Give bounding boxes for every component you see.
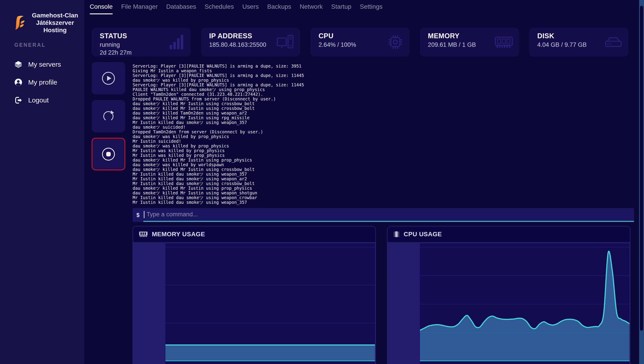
console-line: dau smokeツ was killed by prop_physics <box>132 78 634 83</box>
restart-server-button[interactable] <box>92 100 125 132</box>
sidebar-item-my-servers[interactable]: My servers <box>0 56 84 73</box>
command-input-wrap <box>143 208 634 222</box>
stop-server-button[interactable] <box>92 138 125 170</box>
brand-logo-icon <box>14 16 26 30</box>
console-line: PAULIE WALNUTS killed dau smokeツ using p… <box>132 87 634 92</box>
console-line: dau smokeツ killed Mr Iustin using prop_p… <box>132 186 634 191</box>
command-input[interactable] <box>143 208 634 221</box>
console-line: dau smokeツ killed Mr Iustin using crossb… <box>132 106 634 111</box>
console-line: dau smokeツ was killed by prop_physics <box>132 134 634 139</box>
console-line: Dropped PAULIE WALNUTS from server (Disc… <box>132 97 634 101</box>
logout-icon <box>14 96 22 104</box>
stats-row: STATUS running 2d 22h 27m IP ADDRESS 185… <box>92 28 628 57</box>
chart-plot-area <box>420 243 630 364</box>
console-output[interactable]: ServerLog: Player [3][PAULIE WALNUTS] is… <box>132 64 634 205</box>
console-line: Mr Iustin was killed by prop_physics <box>132 153 634 158</box>
user-icon <box>14 78 22 86</box>
console-line: Mr Iustin killed dau smokeツ using weapon… <box>132 195 634 200</box>
console-line: dau smokeツ killed Mr Iustin using crossb… <box>132 101 634 106</box>
sidebar-menu: My servers My profile Logout <box>0 56 84 109</box>
console-line: dau smokeツ killed TamOn2den using weapon… <box>132 111 634 115</box>
chart-plot-area <box>166 243 375 364</box>
console-line: Mr Iustin killed dau smokeツ using crossb… <box>132 181 634 186</box>
brand: Gamehost-Clan Játékszerver Hosting <box>14 12 80 34</box>
server-tab-bar: ConsoleFile ManagerDatabasesSchedulesUse… <box>90 0 382 15</box>
chart-header: MEMORY USAGE <box>133 226 376 242</box>
console-line: Dropped TamOn2den from server (Disconnec… <box>132 130 634 134</box>
cpu-card: CPU 2.64% / 100% <box>310 28 410 57</box>
scrollbar-thumb[interactable] <box>640 6 643 331</box>
tab-console[interactable]: Console <box>90 0 113 15</box>
chart-body: 1500Mb1000Mb500Mb0Mb <box>133 242 376 364</box>
main-content: ConsoleFile ManagerDatabasesSchedulesUse… <box>84 0 644 364</box>
chart-title: CPU USAGE <box>404 231 442 238</box>
command-bar: $ <box>132 208 634 222</box>
text-caret <box>144 211 144 218</box>
signal-bars-icon <box>169 34 184 50</box>
chart-header: CPU USAGE <box>388 226 630 242</box>
layers-icon <box>14 60 22 69</box>
restart-icon <box>101 109 116 124</box>
brand-title: Gamehost-Clan Játékszerver Hosting <box>30 12 80 34</box>
console-line: ServerLog: Player [3][PAULIE WALNUTS] is… <box>132 73 634 78</box>
console-line: Mr Iustin killed dau smokeツ using weapon… <box>132 120 634 125</box>
tab-file-manager[interactable]: File Manager <box>121 0 158 15</box>
console-line: ServerLog: Player [3][PAULIE WALNUTS] is… <box>132 83 634 87</box>
tab-backups[interactable]: Backups <box>267 0 291 15</box>
tab-schedules[interactable]: Schedules <box>204 0 234 15</box>
console-line: dau smokeツ killed Mr Iustin using crossb… <box>132 167 634 172</box>
disk-card: DISK 4.04 GB / 9.77 GB <box>529 28 628 57</box>
sidebar-item-label: Logout <box>28 96 49 104</box>
console-line: Mr Iustin was killed by prop_physics <box>132 148 634 153</box>
memory-usage-chart-card: MEMORY USAGE 1500Mb1000Mb500Mb0Mb <box>132 226 376 364</box>
chart-body: 8%6%4%2%0% <box>388 242 630 364</box>
ram-icon <box>139 231 148 237</box>
sidebar-item-my-profile[interactable]: My profile <box>0 73 84 91</box>
memory-card: MEMORY 209.61 MB / 1 GB <box>420 28 519 57</box>
console-line: ServerLog: Player [3][PAULIE WALNUTS] is… <box>132 64 634 69</box>
start-server-button[interactable] <box>92 62 125 94</box>
disk-icon <box>605 36 622 49</box>
sidebar-section-general: GENERAL <box>14 42 46 48</box>
sidebar-item-label: My profile <box>28 79 57 86</box>
console-line: Mr Iustin killed dau smokeツ using weapon… <box>132 177 634 181</box>
console-line: Mr Iustin suicided! <box>132 139 634 144</box>
console-line: Giving Mr Iustin a weapon_fists <box>132 69 634 73</box>
tab-network[interactable]: Network <box>300 0 323 15</box>
status-uptime: 2d 22h 27m <box>100 49 191 56</box>
sidebar-item-logout[interactable]: Logout <box>0 91 84 109</box>
console-line: dau smokeツ suicided! <box>132 125 634 130</box>
console-line: dau smokeツ was killed by worldspawn <box>132 162 634 167</box>
console-line: Mr Iustin killed dau smokeツ using weapon… <box>132 200 634 205</box>
tab-databases[interactable]: Databases <box>166 0 196 15</box>
cpu-chip-icon <box>387 34 404 50</box>
console-line: Mr Iustin killed dau smokeツ using weapon… <box>132 172 634 177</box>
ram-icon <box>495 35 513 49</box>
stop-icon <box>101 147 116 161</box>
sidebar-item-label: My servers <box>28 61 61 68</box>
console-line: dau smokeツ killed Mr Iustin using prop_p… <box>132 158 634 162</box>
console-line: dau smokeツ killed Mr Iustin using weapon… <box>132 191 634 195</box>
console-line: Client "TamOn2den" connected (31.223.48.… <box>132 92 634 97</box>
tab-users[interactable]: Users <box>242 0 259 15</box>
console-line: dau smokeツ was killed by prop_physics <box>132 144 634 148</box>
computer-icon <box>277 34 294 50</box>
console-line: dau smokeツ killed Mr Iustin using rpg_mi… <box>132 115 634 120</box>
cpu-usage-chart-card: CPU USAGE 8%6%4%2%0% <box>387 226 630 364</box>
chip-icon <box>393 231 400 238</box>
command-prompt-symbol: $ <box>132 208 143 222</box>
ip-address-card: IP ADDRESS 185.80.48.163:25500 <box>201 28 300 57</box>
sidebar: Gamehost-Clan Játékszerver Hosting GENER… <box>0 0 84 364</box>
status-card: STATUS running 2d 22h 27m <box>92 28 191 57</box>
play-icon <box>101 71 116 86</box>
tab-startup[interactable]: Startup <box>331 0 351 15</box>
chart-title: MEMORY USAGE <box>152 231 205 238</box>
page-scrollbar[interactable] <box>639 0 644 364</box>
tab-settings[interactable]: Settings <box>360 0 382 15</box>
